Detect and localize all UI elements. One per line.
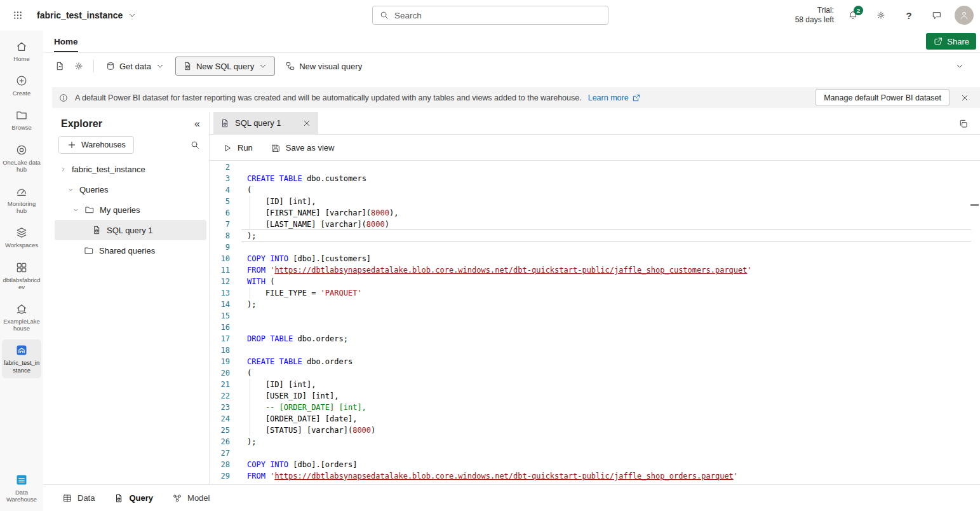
bottom-tab-query[interactable]: Query	[114, 493, 153, 503]
code-line-21[interactable]: 21 [ID] [int],	[210, 379, 980, 390]
code-line-5[interactable]: 5 [ID] [int],	[210, 196, 980, 207]
code-line-29[interactable]: 29FROM 'https://dbtlabsynapsedatalake.bl…	[210, 470, 980, 482]
code-line-27[interactable]: 27	[210, 447, 980, 459]
notifications-button[interactable]: 2	[843, 5, 863, 25]
get-data-button[interactable]: Get data	[100, 57, 171, 76]
code-line-28[interactable]: 28COPY INTO [dbo].[orders]	[210, 459, 980, 470]
line-number: 14	[210, 299, 230, 310]
explorer-panel: Explorer « Warehouses fabric_test_instan…	[52, 112, 210, 484]
code-line-14[interactable]: 14);	[210, 299, 980, 310]
tree-item-fabric-test-instance[interactable]: fabric_test_instance	[55, 159, 206, 179]
code-line-18[interactable]: 18	[210, 344, 980, 356]
code-line-26[interactable]: 26);	[210, 436, 980, 447]
explorer-search-button[interactable]	[190, 140, 200, 150]
code-line-15[interactable]: 15	[210, 310, 980, 322]
collapse-explorer-button[interactable]: «	[194, 119, 200, 129]
code-line-24[interactable]: 24 [ORDER_DATE] [date],	[210, 413, 980, 425]
share-button[interactable]: Share	[926, 33, 976, 50]
line-number: 15	[210, 310, 230, 322]
rail-item-browse[interactable]: Browse	[2, 104, 41, 135]
rail-item-create[interactable]: Create	[2, 70, 41, 101]
tree-item-my-queries[interactable]: My queries	[55, 200, 206, 220]
code-line-22[interactable]: 22 [USER_ID] [int],	[210, 390, 980, 402]
search-input[interactable]	[394, 11, 601, 20]
toolbar-divider	[93, 60, 94, 72]
app-launcher-button[interactable]	[8, 5, 28, 25]
code-line-11[interactable]: 11FROM 'https://dbtlabsynapsedatalake.bl…	[210, 264, 980, 276]
code-text: [USER_ID] [int],	[247, 390, 339, 402]
code-line-9[interactable]: 9	[210, 242, 980, 253]
code-line-4[interactable]: 4(	[210, 184, 980, 196]
warehouse-settings-button[interactable]	[70, 57, 88, 75]
code-line-19[interactable]: 19CREATE TABLE dbo.orders	[210, 356, 980, 367]
code-line-8[interactable]: 8);	[210, 230, 980, 242]
settings-button[interactable]	[871, 5, 891, 25]
play-icon	[222, 143, 232, 153]
tree-item-shared-queries[interactable]: Shared queries	[55, 240, 206, 261]
code-line-20[interactable]: 20(	[210, 367, 980, 379]
code-text: COPY INTO [dbo].[customers]	[247, 253, 371, 264]
rail-item-onelake-data-hub[interactable]: OneLake data hub	[2, 139, 41, 177]
folder-icon	[84, 205, 95, 215]
code-line-12[interactable]: 12WITH (	[210, 276, 980, 287]
rail-item-home[interactable]: Home	[2, 36, 41, 67]
new-visual-query-button[interactable]: New visual query	[279, 57, 368, 76]
copy-button[interactable]	[955, 115, 972, 133]
line-number: 3	[210, 173, 230, 184]
rail-item-fabric-test-instance[interactable]: fabric_test_instance	[2, 339, 41, 378]
editor-tab-sql-query-1[interactable]: SQL query 1	[213, 112, 318, 135]
line-number: 24	[210, 413, 230, 425]
rail-item-examplelakehouse[interactable]: ExampleLakehouse	[2, 298, 41, 336]
help-button[interactable]: ?	[899, 5, 919, 25]
new-visual-query-label: New visual query	[299, 62, 362, 71]
workspace-name: fabric_test_instance	[37, 10, 123, 20]
global-search	[372, 6, 608, 25]
tree-item-queries[interactable]: Queries	[55, 179, 206, 200]
account-avatar[interactable]	[955, 6, 974, 25]
save-as-view-button[interactable]: Save as view	[271, 143, 335, 153]
tab-home[interactable]: Home	[52, 31, 80, 52]
new-sql-query-button[interactable]: New SQL query	[175, 57, 275, 76]
add-warehouses-button[interactable]: Warehouses	[58, 136, 134, 154]
code-line-25[interactable]: 25 [STATUS] [varchar](8000)	[210, 425, 980, 436]
code-text: -- [ORDER_DATE] [int],	[247, 402, 366, 413]
workspace-switcher[interactable]: fabric_test_instance	[37, 10, 137, 20]
tab-home-label: Home	[54, 37, 78, 46]
chevron-down-icon[interactable]	[67, 186, 74, 193]
code-line-2[interactable]: 2	[210, 161, 980, 173]
bottom-tab-model[interactable]: Model	[172, 493, 210, 503]
query-toolbar: Run Save as view	[210, 135, 980, 161]
code-line-6[interactable]: 6 [FIRST_NAME] [varchar](8000),	[210, 207, 980, 219]
copy-icon	[958, 119, 969, 129]
code-text: CREATE TABLE dbo.orders	[247, 356, 352, 367]
run-button[interactable]: Run	[222, 143, 253, 153]
rail-item-workspaces[interactable]: Workspaces	[2, 222, 41, 253]
chevron-right-icon[interactable]	[60, 166, 67, 173]
feedback-button[interactable]	[927, 5, 947, 25]
code-line-16[interactable]: 16	[210, 322, 980, 333]
chevron-down-icon[interactable]	[72, 207, 79, 214]
close-tab-button[interactable]	[302, 118, 312, 128]
code-text: (	[247, 184, 252, 196]
banner-close-button[interactable]	[956, 89, 974, 107]
code-line-7[interactable]: 7 [LAST_NAME] [varchar](8000)	[210, 219, 980, 230]
collapse-ribbon-button[interactable]	[951, 57, 969, 75]
rail-item-data-warehouse[interactable]: Data Warehouse	[2, 469, 41, 507]
bottom-tab-label: Model	[187, 493, 210, 503]
new-report-button[interactable]	[51, 57, 69, 75]
code-line-17[interactable]: 17DROP TABLE dbo.orders;	[210, 333, 980, 344]
code-line-13[interactable]: 13 FILE_TYPE = 'PARQUET'	[210, 287, 980, 299]
code-line-10[interactable]: 10COPY INTO [dbo].[customers]	[210, 253, 980, 264]
code-line-3[interactable]: 3CREATE TABLE dbo.customers	[210, 173, 980, 184]
manage-default-dataset-button[interactable]: Manage default Power BI dataset	[816, 89, 950, 106]
rail-item-dbtlabsfabricdev[interactable]: dbtlabsfabricdev	[2, 257, 41, 295]
tree-item-label: SQL query 1	[107, 226, 153, 235]
code-text: [FIRST_NAME] [varchar](8000),	[247, 207, 398, 219]
learn-more-link[interactable]: Learn more	[588, 93, 641, 103]
tree-item-sql-query-1[interactable]: SQL query 1	[55, 220, 206, 240]
code-text: (	[247, 367, 252, 379]
code-line-23[interactable]: 23 -- [ORDER_DATE] [int],	[210, 402, 980, 413]
bottom-tab-data[interactable]: Data	[62, 493, 95, 503]
code-editor[interactable]: 23CREATE TABLE dbo.customers4(5 [ID] [in…	[210, 161, 980, 484]
rail-item-monitoring-hub[interactable]: Monitoring hub	[2, 181, 41, 219]
